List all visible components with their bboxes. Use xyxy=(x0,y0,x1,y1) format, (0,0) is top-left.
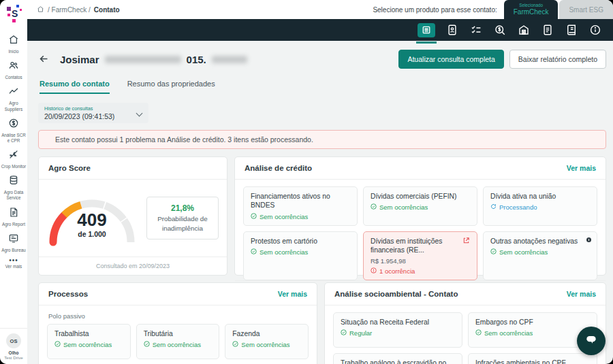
summary-icon[interactable] xyxy=(418,23,435,37)
contact-file-icon[interactable] xyxy=(445,23,459,37)
sidebar-item-contatos[interactable]: Contatos xyxy=(0,57,27,83)
top-bar: / FarmCheck / Contato Selecione um produ… xyxy=(27,0,613,19)
socio-environmental-card: Análise socioambiental - Contato Ver mai… xyxy=(324,282,606,364)
process-item-tributaria[interactable]: Tributária Sem ocorrências xyxy=(136,324,220,359)
sidebar-item-label: Início xyxy=(8,49,18,54)
debt-amount: R$ 1.954,98 xyxy=(371,257,470,265)
brand-logo-letter: S xyxy=(12,8,18,19)
sidebar-item-label: Análise SCR e CPR xyxy=(1,133,27,144)
tab-resumo-do-contato[interactable]: Resumo do contato xyxy=(40,80,110,94)
social-item-receita-federal[interactable]: Situação na Receita Federal Regular xyxy=(333,312,462,348)
check-circle-icon xyxy=(490,248,497,256)
credit-item-divida-ativa[interactable]: Dívida ativa na união Processando xyxy=(483,186,597,226)
probability-label: Probabilidade de inadimplência xyxy=(151,214,215,232)
credit-item-bndes[interactable]: Financiamentos ativos no BNDES Sem ocorr… xyxy=(243,186,358,226)
check-circle-icon xyxy=(54,341,61,348)
document-icon[interactable] xyxy=(541,23,554,37)
card-title: Agro Score xyxy=(48,164,91,172)
line-chart-icon xyxy=(8,86,19,99)
contact-header: Josimar 015. Atualizar consulta completa… xyxy=(38,50,606,69)
sidebar-item-label: Crop Monitor xyxy=(1,164,26,169)
sidebar-item-agro-suppliers[interactable]: Agro Suppliers xyxy=(0,83,27,114)
credit-search-icon[interactable] xyxy=(493,23,507,37)
sidebar-item-analise-scr-cpr[interactable]: Análise SCR e CPR xyxy=(0,115,27,146)
probability-value: 21,8% xyxy=(151,203,215,213)
card-title: Processos xyxy=(48,290,88,298)
checklist-icon[interactable] xyxy=(469,23,483,37)
contact-first-name: Josimar xyxy=(60,54,99,65)
credit-item-protestos[interactable]: Protestos em cartório Sem ocorrências xyxy=(243,231,358,280)
process-item-trabalhista[interactable]: Trabalhista Sem ocorrências xyxy=(47,324,131,359)
sidebar-item-agro-report[interactable]: Agro Report xyxy=(0,204,27,230)
selected-tag: Selecionado xyxy=(519,3,543,8)
sidebar-item-agro-bureau[interactable]: Agro Bureau xyxy=(0,230,27,256)
info-dot-icon[interactable] xyxy=(586,237,591,242)
chat-icon xyxy=(584,333,598,349)
product-tab-smart-esg[interactable]: Smart ESG xyxy=(559,0,613,19)
agro-score-card: Agro Score 409 de 1.000 21, xyxy=(38,156,227,276)
alert-circle-icon xyxy=(371,267,377,275)
user-subtitle: Test Drive xyxy=(4,355,23,360)
main-content: Josimar 015. Atualizar consulta completa… xyxy=(27,41,613,364)
product-tab-farmcheck[interactable]: Selecionado FarmCheck xyxy=(504,0,559,19)
sidebar-item-agro-data-service[interactable]: Agro Data Service xyxy=(0,172,27,203)
sidebar-user[interactable]: OS Olho Test Drive xyxy=(0,328,27,364)
sidebar-item-label: Agro Suppliers xyxy=(1,101,27,112)
see-more-link[interactable]: Ver mais xyxy=(567,290,596,298)
score-scale: de 1.000 xyxy=(46,230,138,238)
tab-resumo-das-propriedades[interactable]: Resumo das propriedades xyxy=(127,80,215,94)
section-icon-bar xyxy=(27,19,613,41)
sidebar: S Início Contatos Agro Suppliers Análise… xyxy=(0,0,27,364)
summary-tabs: Resumo do contato Resumo das propriedade… xyxy=(40,80,606,94)
processes-card: Processos Ver mais Polo passivo Trabalhi… xyxy=(38,282,317,364)
check-circle-icon xyxy=(371,203,377,211)
breadcrumb-current: Contato xyxy=(94,6,120,14)
farm-icon[interactable] xyxy=(517,23,531,37)
bureau-icon xyxy=(8,233,19,246)
card-title: Análise de crédito xyxy=(245,164,312,172)
redacted-document xyxy=(212,56,247,63)
process-item-fazenda[interactable]: Fazenda Sem ocorrências xyxy=(225,324,309,359)
score-value: 409 xyxy=(46,211,138,229)
query-history-select[interactable]: Histórico de consultas 20/09/2023 (09:41… xyxy=(38,103,148,123)
avatar: OS xyxy=(6,333,21,348)
product-selector: Selecione um produto para esse contato: … xyxy=(373,0,613,19)
card-title: Análise socioambiental - Contato xyxy=(334,290,458,298)
problem-alert-banner: Este contato possui 1 problema na Anális… xyxy=(38,130,606,149)
query-history-value: 20/09/2023 (09:41:53) xyxy=(44,112,142,120)
sidebar-item-ver-mais[interactable]: ••• Ver mais xyxy=(0,256,27,272)
credit-analysis-card: Análise de crédito Ver mais Financiament… xyxy=(234,156,606,276)
ledger-icon[interactable] xyxy=(565,23,578,37)
query-history-label: Histórico de consultas xyxy=(44,105,142,112)
brand-logo[interactable]: S xyxy=(0,0,27,27)
sidebar-item-label: Agro Data Service xyxy=(1,190,27,201)
update-full-query-button[interactable]: Atualizar consulta completa xyxy=(398,50,503,69)
report-icon xyxy=(8,207,19,220)
check-circle-icon xyxy=(475,329,482,337)
check-circle-icon xyxy=(144,341,150,348)
breadcrumb[interactable]: / FarmCheck / Contato xyxy=(37,5,120,14)
redacted-surname xyxy=(105,56,181,63)
external-link-icon[interactable] xyxy=(462,237,470,244)
check-circle-icon xyxy=(232,341,238,348)
see-more-link[interactable]: Ver mais xyxy=(567,164,596,172)
download-full-report-button[interactable]: Baixar relatório completo xyxy=(509,50,606,69)
app-window: S Início Contatos Agro Suppliers Análise… xyxy=(0,0,613,364)
social-item-trabalho-analogo[interactable]: Trabalho análogo à escravidão no CPF Não… xyxy=(333,353,462,364)
see-more-link[interactable]: Ver mais xyxy=(278,290,307,298)
sidebar-item-crop-monitor[interactable]: Crop Monitor xyxy=(0,146,27,172)
sidebar-item-inicio[interactable]: Início xyxy=(0,31,27,57)
check-circle-icon xyxy=(251,248,257,256)
ellipsis-icon: ••• xyxy=(9,259,18,263)
credit-item-outras-anotacoes[interactable]: Outras anotações negativas Sem ocorrênci… xyxy=(483,231,597,280)
back-arrow-icon[interactable] xyxy=(38,53,50,65)
home-icon xyxy=(37,5,44,14)
credit-item-pefin[interactable]: Dívidas comerciais (PEFIN) Sem ocorrênci… xyxy=(363,186,477,226)
sidebar-item-label: Ver mais xyxy=(5,264,22,269)
social-item-infracoes-ambientais[interactable]: Infrações ambientais no CPF Sem ocorrênc… xyxy=(468,353,597,364)
database-icon xyxy=(8,175,19,188)
chat-bubble-button[interactable] xyxy=(577,327,606,355)
credit-item-instituicoes-financeiras[interactable]: Dívidas em instituições financeiras (RE.… xyxy=(363,231,477,280)
info-icon[interactable] xyxy=(588,23,602,37)
sidebar-nav: Início Contatos Agro Suppliers Análise S… xyxy=(0,31,27,272)
